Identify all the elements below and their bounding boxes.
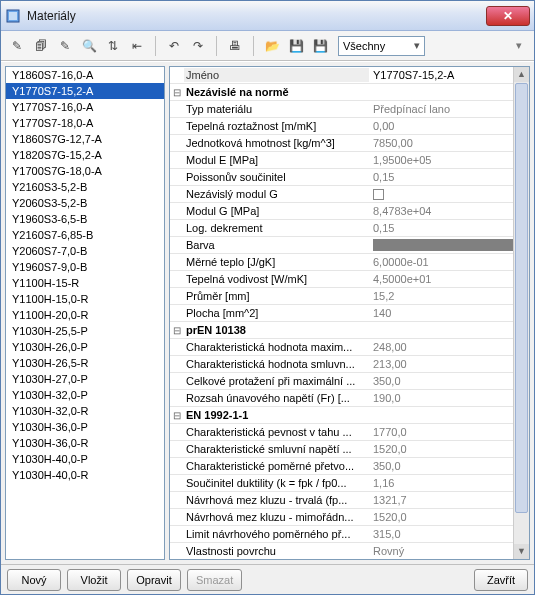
prop-row: Charakteristická hodnota maxim...248,00 [170, 339, 529, 356]
list-item[interactable]: Y1770S7-18,0-A [6, 115, 164, 131]
list-item[interactable]: Y1030H-32,0-P [6, 387, 164, 403]
prop-value[interactable]: 350,0 [369, 459, 529, 473]
toolbar-icon-1[interactable]: ✎ [7, 36, 27, 56]
list-item[interactable]: Y1030H-36,0-P [6, 419, 164, 435]
prop-value[interactable]: 315,0 [369, 527, 529, 541]
prop-value[interactable]: 4,5000e+01 [369, 272, 529, 286]
list-item[interactable]: Y1030H-36,0-R [6, 435, 164, 451]
toolbar-icon-6[interactable]: ⇤ [127, 36, 147, 56]
expand-toggle[interactable]: ⊟ [170, 325, 184, 336]
checkbox-icon[interactable] [373, 189, 384, 200]
save-icon[interactable]: 💾 [286, 36, 306, 56]
prop-group-row: ⊟EN 1992-1-1 [170, 407, 529, 424]
scroll-up-icon[interactable]: ▲ [514, 67, 529, 82]
redo-icon[interactable]: ↷ [188, 36, 208, 56]
list-item[interactable]: Y1030H-26,5-R [6, 355, 164, 371]
toolbar-icon-5[interactable]: ⇅ [103, 36, 123, 56]
prop-row: Jednotková hmotnost [kg/m^3]7850,00 [170, 135, 529, 152]
expand-toggle[interactable]: ⊟ [170, 87, 184, 98]
list-item[interactable]: Y1700S7G-18,0-A [6, 163, 164, 179]
list-item[interactable]: Y1960S3-6,5-B [6, 211, 164, 227]
list-item[interactable]: Y1030H-40,0-R [6, 467, 164, 483]
delete-button[interactable]: Smazat [187, 569, 242, 591]
prop-value[interactable]: 7850,00 [369, 136, 529, 150]
prop-name: Rozsah únavového napětí (Fr) [... [184, 391, 369, 405]
list-item[interactable]: Y1860S7G-12,7-A [6, 131, 164, 147]
prop-name: Vlastnosti povrchu [184, 544, 369, 558]
prop-header-val[interactable]: Y1770S7-15,2-A [369, 68, 529, 82]
prop-name: prEN 10138 [184, 323, 369, 337]
insert-button[interactable]: Vložit [67, 569, 121, 591]
prop-value [369, 91, 529, 93]
funnel-icon[interactable]: ▾ [510, 39, 528, 52]
color-swatch[interactable] [373, 239, 525, 251]
close-window-button[interactable]: ✕ [486, 6, 530, 26]
edit-button[interactable]: Opravit [127, 569, 181, 591]
list-item[interactable]: Y2060S7-7,0-B [6, 243, 164, 259]
list-item[interactable]: Y1030H-25,5-P [6, 323, 164, 339]
prop-value[interactable]: 1,9500e+05 [369, 153, 529, 167]
scroll-down-icon[interactable]: ▼ [514, 544, 529, 559]
list-item[interactable]: Y1770S7-16,0-A [6, 99, 164, 115]
prop-value[interactable]: Předpínací lano [369, 102, 529, 116]
prop-value[interactable]: 350,0 [369, 374, 529, 388]
close-button[interactable]: Zavřít [474, 569, 528, 591]
list-item[interactable]: Y1820S7G-15,2-A [6, 147, 164, 163]
list-item[interactable]: Y1960S7-9,0-B [6, 259, 164, 275]
prop-value[interactable]: 1321,7 [369, 493, 529, 507]
prop-value[interactable]: Rovný [369, 544, 529, 558]
material-list[interactable]: Y1860S7-16,0-AY1770S7-15,2-AY1770S7-16,0… [5, 66, 165, 560]
list-item[interactable]: Y1100H-20,0-R [6, 307, 164, 323]
prop-value[interactable]: 140 [369, 306, 529, 320]
list-item[interactable]: Y1030H-27,0-P [6, 371, 164, 387]
prop-value[interactable] [369, 237, 529, 253]
prop-value[interactable]: 1520,0 [369, 510, 529, 524]
prop-name: Měrné teplo [J/gK] [184, 255, 369, 269]
list-item[interactable]: Y1030H-40,0-P [6, 451, 164, 467]
new-button[interactable]: Nový [7, 569, 61, 591]
undo-icon[interactable]: ↶ [164, 36, 184, 56]
prop-value[interactable]: 1520,0 [369, 442, 529, 456]
filter-combo[interactable]: Všechny [338, 36, 425, 56]
prop-value[interactable]: 15,2 [369, 289, 529, 303]
prop-value[interactable]: 190,0 [369, 391, 529, 405]
list-item[interactable]: Y2160S3-5,2-B [6, 179, 164, 195]
list-item[interactable]: Y1100H-15,0-R [6, 291, 164, 307]
list-item[interactable]: Y1770S7-15,2-A [6, 83, 164, 99]
prop-value[interactable]: 213,00 [369, 357, 529, 371]
list-item[interactable]: Y1100H-15-R [6, 275, 164, 291]
prop-value[interactable]: 1770,0 [369, 425, 529, 439]
prop-value[interactable]: 6,0000e-01 [369, 255, 529, 269]
prop-row: Charakteristická pevnost v tahu ...1770,… [170, 424, 529, 441]
prop-value[interactable]: 248,00 [369, 340, 529, 354]
toolbar-icon-3[interactable]: ✎ [55, 36, 75, 56]
save-as-icon[interactable]: 💾 [310, 36, 330, 56]
toolbar-separator [253, 36, 254, 56]
property-grid: JménoY1770S7-15,2-A⊟Nezávislé na norměTy… [169, 66, 530, 560]
prop-value[interactable]: 0,00 [369, 119, 529, 133]
open-icon[interactable]: 📂 [262, 36, 282, 56]
toolbar-find-icon[interactable]: 🔍 [79, 36, 99, 56]
prop-name: Celkové protažení při maximální ... [184, 374, 369, 388]
print-icon[interactable]: 🖶 [225, 36, 245, 56]
list-item[interactable]: Y1030H-32,0-R [6, 403, 164, 419]
prop-row: Rozsah únavového napětí (Fr) [...190,0 [170, 390, 529, 407]
scroll-thumb[interactable] [515, 83, 528, 513]
expand-toggle[interactable]: ⊟ [170, 410, 184, 421]
toolbar-icon-2[interactable]: 🗐 [31, 36, 51, 56]
prop-value[interactable]: 1,16 [369, 476, 529, 490]
prop-value[interactable]: 0,15 [369, 221, 529, 235]
prop-name: Barva [184, 238, 369, 252]
list-item[interactable]: Y2060S3-5,2-B [6, 195, 164, 211]
prop-name: Charakteristické poměrné přetvo... [184, 459, 369, 473]
prop-name: Průměr [mm] [184, 289, 369, 303]
svg-rect-1 [9, 12, 17, 20]
list-item[interactable]: Y2160S7-6,85-B [6, 227, 164, 243]
prop-value[interactable]: 0,15 [369, 170, 529, 184]
scrollbar[interactable]: ▲ ▼ [513, 67, 529, 559]
list-item[interactable]: Y1860S7-16,0-A [6, 67, 164, 83]
prop-value[interactable]: 8,4783e+04 [369, 204, 529, 218]
app-icon [5, 8, 21, 24]
prop-value[interactable] [369, 188, 529, 201]
list-item[interactable]: Y1030H-26,0-P [6, 339, 164, 355]
